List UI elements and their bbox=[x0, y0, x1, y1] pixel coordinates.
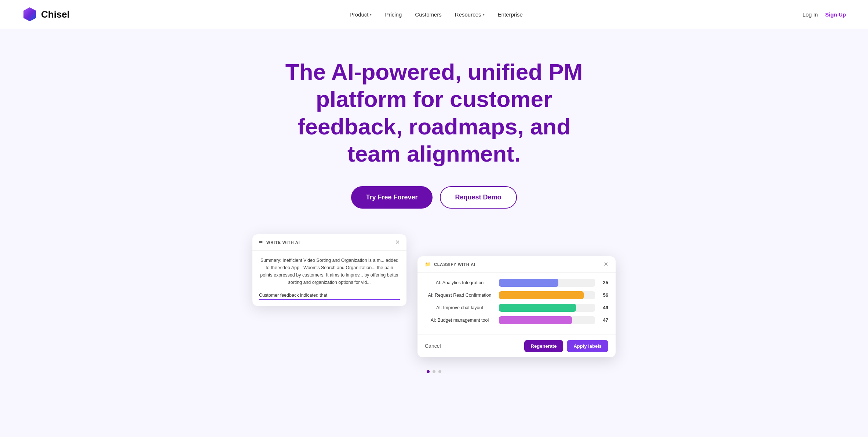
regenerate-button[interactable]: Regenerate bbox=[524, 340, 564, 352]
nav-item-customers[interactable]: Customers bbox=[415, 11, 442, 18]
classify-label-0: AI: Analytics Integration bbox=[425, 280, 495, 285]
navbar: Chisel Product ▾ Pricing Customers Resou… bbox=[0, 0, 868, 29]
classify-panel-body: AI: Analytics Integration 25 AI: Request… bbox=[417, 273, 616, 335]
folder-icon bbox=[425, 261, 431, 267]
classify-row: AI: Request Read Confirmation 56 bbox=[425, 291, 608, 299]
classify-bar-1 bbox=[499, 291, 584, 299]
classify-row: AI: Budget management tool 47 bbox=[425, 316, 608, 324]
classify-bar-0 bbox=[499, 279, 558, 287]
classify-panel-close-button[interactable]: ✕ bbox=[603, 261, 608, 267]
indicator-dots bbox=[427, 370, 441, 373]
signup-button[interactable]: Sign Up bbox=[825, 11, 846, 18]
svg-marker-0 bbox=[23, 7, 36, 21]
demo-area: WRITE WITH AI ✕ Summary: Inefficient Vid… bbox=[232, 234, 636, 363]
nav-item-resources[interactable]: Resources ▾ bbox=[455, 11, 485, 18]
classify-bar-wrap-3 bbox=[499, 316, 595, 324]
nav-link-product[interactable]: Product ▾ bbox=[350, 11, 372, 18]
classify-count-2: 49 bbox=[599, 305, 608, 310]
dot-1 bbox=[427, 370, 430, 373]
nav-item-enterprise[interactable]: Enterprise bbox=[498, 11, 523, 18]
apply-labels-button[interactable]: Apply labels bbox=[567, 340, 608, 352]
write-panel-input[interactable] bbox=[259, 291, 400, 300]
classify-panel-footer: Cancel Regenerate Apply labels bbox=[417, 335, 616, 357]
nav-link-customers[interactable]: Customers bbox=[415, 11, 442, 18]
try-free-button[interactable]: Try Free Forever bbox=[351, 186, 432, 209]
classify-label-3: AI: Budget management tool bbox=[425, 318, 495, 323]
classify-count-3: 47 bbox=[599, 317, 608, 323]
write-panel-title: WRITE WITH AI bbox=[259, 239, 300, 245]
classify-bar-3 bbox=[499, 316, 572, 324]
nav-link-enterprise[interactable]: Enterprise bbox=[498, 11, 523, 18]
write-panel-close-button[interactable]: ✕ bbox=[395, 239, 400, 245]
nav-link-pricing[interactable]: Pricing bbox=[385, 11, 402, 18]
classify-row: AI: Analytics Integration 25 bbox=[425, 279, 608, 287]
chevron-down-icon-2: ▾ bbox=[483, 12, 485, 17]
dot-3 bbox=[438, 370, 441, 373]
classify-count-1: 56 bbox=[599, 292, 608, 298]
write-panel-body: Summary: Inefficient Video Sorting and O… bbox=[252, 251, 406, 306]
hero-buttons: Try Free Forever Request Demo bbox=[351, 186, 517, 209]
logo-text: Chisel bbox=[41, 9, 70, 20]
classify-bar-wrap-0 bbox=[499, 279, 595, 287]
hero-section: The AI-powered, unified PM platform for … bbox=[0, 29, 868, 395]
cancel-button[interactable]: Cancel bbox=[425, 343, 441, 349]
write-panel-header: WRITE WITH AI ✕ bbox=[252, 234, 406, 251]
hero-title: The AI-powered, unified PM platform for … bbox=[269, 58, 599, 168]
classify-label-2: AI: Improve chat layout bbox=[425, 305, 495, 310]
classify-footer-right: Regenerate Apply labels bbox=[524, 340, 608, 352]
nav-actions: Log In Sign Up bbox=[803, 11, 846, 18]
pencil-icon bbox=[259, 239, 263, 245]
classify-panel-header: CLASSIFY WITH AI ✕ bbox=[417, 256, 616, 273]
logo-icon bbox=[22, 7, 37, 22]
chevron-down-icon: ▾ bbox=[370, 12, 372, 17]
classify-label-1: AI: Request Read Confirmation bbox=[425, 293, 495, 298]
classify-bar-wrap-2 bbox=[499, 304, 595, 312]
nav-links: Product ▾ Pricing Customers Resources ▾ … bbox=[350, 11, 523, 18]
dot-2 bbox=[433, 370, 435, 373]
classify-count-0: 25 bbox=[599, 280, 608, 285]
classify-bar-wrap-1 bbox=[499, 291, 595, 299]
login-button[interactable]: Log In bbox=[803, 11, 818, 18]
classify-row: AI: Improve chat layout 49 bbox=[425, 304, 608, 312]
write-panel-input-row bbox=[259, 291, 400, 300]
nav-item-product[interactable]: Product ▾ bbox=[350, 11, 372, 18]
classify-panel-title: CLASSIFY WITH AI bbox=[425, 261, 475, 267]
request-demo-button[interactable]: Request Demo bbox=[440, 186, 517, 209]
classify-with-ai-panel: CLASSIFY WITH AI ✕ AI: Analytics Integra… bbox=[417, 256, 616, 357]
write-with-ai-panel: WRITE WITH AI ✕ Summary: Inefficient Vid… bbox=[252, 234, 406, 306]
nav-item-pricing[interactable]: Pricing bbox=[385, 11, 402, 18]
logo-link[interactable]: Chisel bbox=[22, 7, 70, 22]
nav-link-resources[interactable]: Resources ▾ bbox=[455, 11, 485, 18]
write-panel-text: Summary: Inefficient Video Sorting and O… bbox=[259, 257, 400, 286]
classify-bar-2 bbox=[499, 304, 576, 312]
